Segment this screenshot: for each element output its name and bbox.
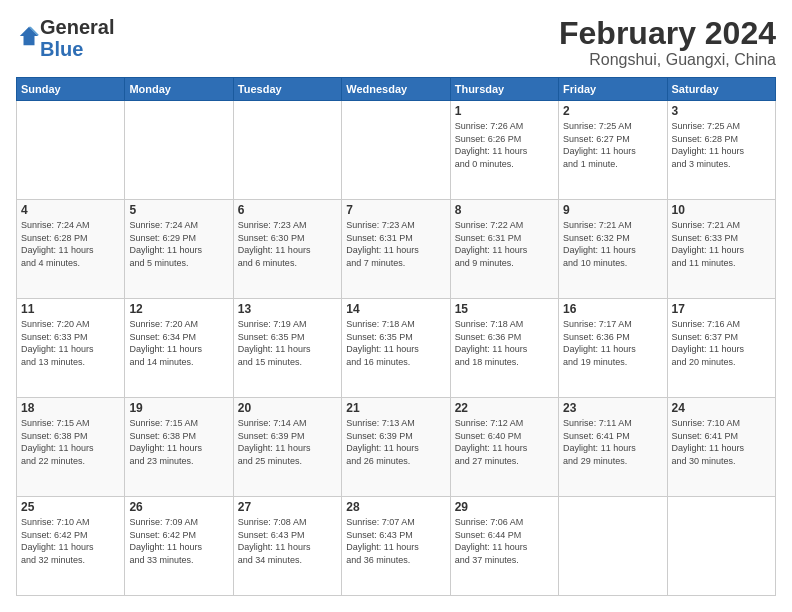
calendar-day-header: Wednesday (342, 78, 450, 101)
day-number: 27 (238, 500, 337, 514)
day-info: Sunrise: 7:11 AM Sunset: 6:41 PM Dayligh… (563, 417, 662, 467)
day-info: Sunrise: 7:20 AM Sunset: 6:33 PM Dayligh… (21, 318, 120, 368)
calendar-cell: 7Sunrise: 7:23 AM Sunset: 6:31 PM Daylig… (342, 200, 450, 299)
logo-blue: Blue (40, 38, 83, 60)
day-number: 22 (455, 401, 554, 415)
day-info: Sunrise: 7:08 AM Sunset: 6:43 PM Dayligh… (238, 516, 337, 566)
calendar-cell: 25Sunrise: 7:10 AM Sunset: 6:42 PM Dayli… (17, 497, 125, 596)
day-number: 16 (563, 302, 662, 316)
calendar-week-row: 4Sunrise: 7:24 AM Sunset: 6:28 PM Daylig… (17, 200, 776, 299)
calendar-cell: 15Sunrise: 7:18 AM Sunset: 6:36 PM Dayli… (450, 299, 558, 398)
calendar-cell: 3Sunrise: 7:25 AM Sunset: 6:28 PM Daylig… (667, 101, 775, 200)
day-info: Sunrise: 7:10 AM Sunset: 6:42 PM Dayligh… (21, 516, 120, 566)
calendar-cell: 5Sunrise: 7:24 AM Sunset: 6:29 PM Daylig… (125, 200, 233, 299)
calendar-cell: 29Sunrise: 7:06 AM Sunset: 6:44 PM Dayli… (450, 497, 558, 596)
day-info: Sunrise: 7:21 AM Sunset: 6:32 PM Dayligh… (563, 219, 662, 269)
calendar-cell: 21Sunrise: 7:13 AM Sunset: 6:39 PM Dayli… (342, 398, 450, 497)
day-number: 15 (455, 302, 554, 316)
day-info: Sunrise: 7:13 AM Sunset: 6:39 PM Dayligh… (346, 417, 445, 467)
day-number: 1 (455, 104, 554, 118)
day-info: Sunrise: 7:20 AM Sunset: 6:34 PM Dayligh… (129, 318, 228, 368)
calendar-cell: 10Sunrise: 7:21 AM Sunset: 6:33 PM Dayli… (667, 200, 775, 299)
calendar-week-row: 1Sunrise: 7:26 AM Sunset: 6:26 PM Daylig… (17, 101, 776, 200)
day-info: Sunrise: 7:23 AM Sunset: 6:31 PM Dayligh… (346, 219, 445, 269)
day-info: Sunrise: 7:10 AM Sunset: 6:41 PM Dayligh… (672, 417, 771, 467)
day-info: Sunrise: 7:26 AM Sunset: 6:26 PM Dayligh… (455, 120, 554, 170)
day-number: 7 (346, 203, 445, 217)
day-number: 18 (21, 401, 120, 415)
day-info: Sunrise: 7:21 AM Sunset: 6:33 PM Dayligh… (672, 219, 771, 269)
calendar-cell: 16Sunrise: 7:17 AM Sunset: 6:36 PM Dayli… (559, 299, 667, 398)
day-number: 2 (563, 104, 662, 118)
day-number: 13 (238, 302, 337, 316)
day-info: Sunrise: 7:14 AM Sunset: 6:39 PM Dayligh… (238, 417, 337, 467)
day-info: Sunrise: 7:06 AM Sunset: 6:44 PM Dayligh… (455, 516, 554, 566)
page: General Blue February 2024 Rongshui, Gua… (0, 0, 792, 612)
day-info: Sunrise: 7:23 AM Sunset: 6:30 PM Dayligh… (238, 219, 337, 269)
day-number: 21 (346, 401, 445, 415)
day-info: Sunrise: 7:24 AM Sunset: 6:28 PM Dayligh… (21, 219, 120, 269)
calendar-cell: 19Sunrise: 7:15 AM Sunset: 6:38 PM Dayli… (125, 398, 233, 497)
day-info: Sunrise: 7:18 AM Sunset: 6:36 PM Dayligh… (455, 318, 554, 368)
logo-general: General (40, 16, 114, 38)
day-info: Sunrise: 7:15 AM Sunset: 6:38 PM Dayligh… (21, 417, 120, 467)
calendar-cell: 2Sunrise: 7:25 AM Sunset: 6:27 PM Daylig… (559, 101, 667, 200)
day-number: 4 (21, 203, 120, 217)
svg-marker-0 (20, 27, 38, 45)
calendar-table: SundayMondayTuesdayWednesdayThursdayFrid… (16, 77, 776, 596)
calendar-cell (125, 101, 233, 200)
day-info: Sunrise: 7:12 AM Sunset: 6:40 PM Dayligh… (455, 417, 554, 467)
calendar-cell (342, 101, 450, 200)
calendar-day-header: Tuesday (233, 78, 341, 101)
calendar-cell: 27Sunrise: 7:08 AM Sunset: 6:43 PM Dayli… (233, 497, 341, 596)
day-number: 8 (455, 203, 554, 217)
calendar-day-header: Thursday (450, 78, 558, 101)
day-number: 6 (238, 203, 337, 217)
day-number: 5 (129, 203, 228, 217)
calendar-day-header: Monday (125, 78, 233, 101)
day-info: Sunrise: 7:25 AM Sunset: 6:27 PM Dayligh… (563, 120, 662, 170)
day-number: 26 (129, 500, 228, 514)
calendar-week-row: 11Sunrise: 7:20 AM Sunset: 6:33 PM Dayli… (17, 299, 776, 398)
day-number: 24 (672, 401, 771, 415)
logo-text: General Blue (40, 16, 114, 60)
calendar-cell: 6Sunrise: 7:23 AM Sunset: 6:30 PM Daylig… (233, 200, 341, 299)
calendar-cell: 24Sunrise: 7:10 AM Sunset: 6:41 PM Dayli… (667, 398, 775, 497)
calendar-week-row: 25Sunrise: 7:10 AM Sunset: 6:42 PM Dayli… (17, 497, 776, 596)
day-number: 3 (672, 104, 771, 118)
calendar-day-header: Saturday (667, 78, 775, 101)
day-number: 11 (21, 302, 120, 316)
day-number: 9 (563, 203, 662, 217)
logo: General Blue (16, 16, 114, 60)
day-info: Sunrise: 7:19 AM Sunset: 6:35 PM Dayligh… (238, 318, 337, 368)
day-info: Sunrise: 7:15 AM Sunset: 6:38 PM Dayligh… (129, 417, 228, 467)
calendar-cell: 8Sunrise: 7:22 AM Sunset: 6:31 PM Daylig… (450, 200, 558, 299)
day-info: Sunrise: 7:18 AM Sunset: 6:35 PM Dayligh… (346, 318, 445, 368)
day-number: 23 (563, 401, 662, 415)
calendar-cell: 18Sunrise: 7:15 AM Sunset: 6:38 PM Dayli… (17, 398, 125, 497)
day-number: 14 (346, 302, 445, 316)
day-info: Sunrise: 7:17 AM Sunset: 6:36 PM Dayligh… (563, 318, 662, 368)
calendar-cell: 23Sunrise: 7:11 AM Sunset: 6:41 PM Dayli… (559, 398, 667, 497)
calendar-cell (233, 101, 341, 200)
day-number: 20 (238, 401, 337, 415)
day-number: 19 (129, 401, 228, 415)
day-info: Sunrise: 7:25 AM Sunset: 6:28 PM Dayligh… (672, 120, 771, 170)
day-info: Sunrise: 7:16 AM Sunset: 6:37 PM Dayligh… (672, 318, 771, 368)
day-info: Sunrise: 7:07 AM Sunset: 6:43 PM Dayligh… (346, 516, 445, 566)
calendar-cell (17, 101, 125, 200)
calendar-cell (667, 497, 775, 596)
calendar-week-row: 18Sunrise: 7:15 AM Sunset: 6:38 PM Dayli… (17, 398, 776, 497)
calendar-cell: 22Sunrise: 7:12 AM Sunset: 6:40 PM Dayli… (450, 398, 558, 497)
calendar-cell: 9Sunrise: 7:21 AM Sunset: 6:32 PM Daylig… (559, 200, 667, 299)
header: General Blue February 2024 Rongshui, Gua… (16, 16, 776, 69)
day-number: 17 (672, 302, 771, 316)
location: Rongshui, Guangxi, China (559, 51, 776, 69)
day-info: Sunrise: 7:09 AM Sunset: 6:42 PM Dayligh… (129, 516, 228, 566)
calendar-cell: 4Sunrise: 7:24 AM Sunset: 6:28 PM Daylig… (17, 200, 125, 299)
calendar-cell: 26Sunrise: 7:09 AM Sunset: 6:42 PM Dayli… (125, 497, 233, 596)
calendar-day-header: Friday (559, 78, 667, 101)
calendar-cell: 11Sunrise: 7:20 AM Sunset: 6:33 PM Dayli… (17, 299, 125, 398)
day-number: 25 (21, 500, 120, 514)
calendar-cell (559, 497, 667, 596)
